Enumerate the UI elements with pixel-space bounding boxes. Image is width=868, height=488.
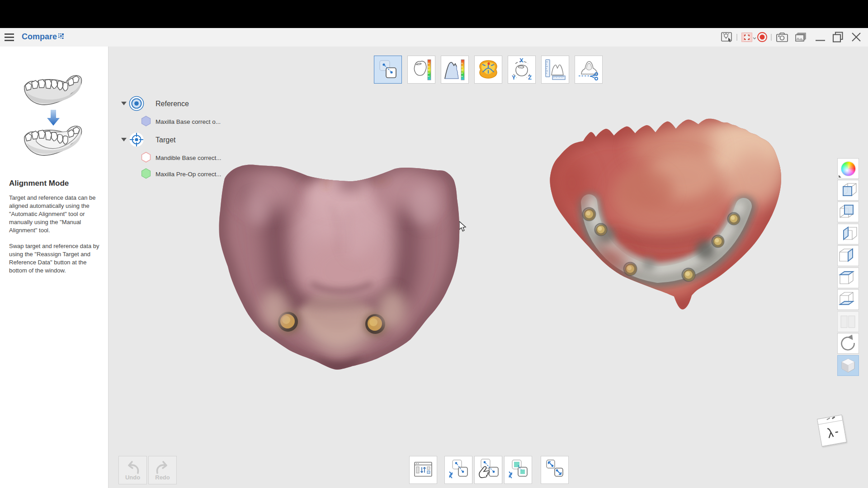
svg-text:Y: Y	[512, 74, 516, 81]
svg-text:Target: Target	[156, 136, 176, 144]
svg-text:Reference: Reference	[156, 100, 189, 108]
svg-text:Z: Z	[528, 74, 532, 81]
svg-text:X: X	[519, 57, 524, 64]
svg-text:Mandible Base correct...: Mandible Base correct...	[156, 155, 222, 161]
svg-text:Maxilla Base correct o...: Maxilla Base correct o...	[156, 118, 221, 125]
svg-text:Maxilla Pre-Op correct...: Maxilla Pre-Op correct...	[156, 171, 222, 178]
